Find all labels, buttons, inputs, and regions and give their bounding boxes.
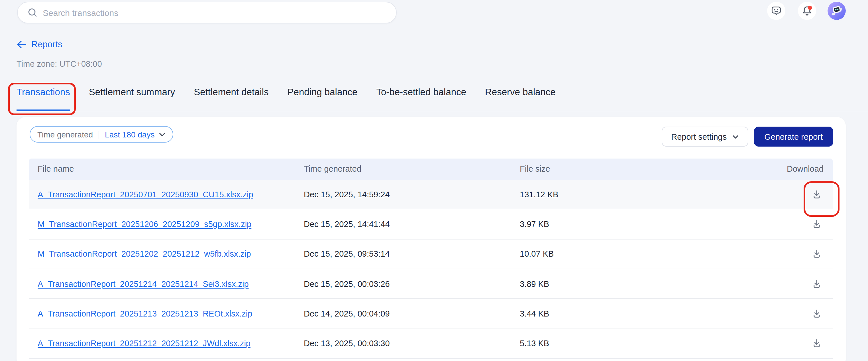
- download-button[interactable]: [810, 307, 823, 320]
- column-header-time-generated: Time generated: [295, 164, 511, 174]
- table-header-row: File name Time generated File size Downl…: [29, 158, 832, 180]
- table-row: A_TransactionReport_20251214_20251214_Se…: [29, 269, 832, 299]
- chevron-down-icon: [159, 132, 165, 137]
- table-row: M_TransactionReport_20251202_20251212_w5…: [29, 239, 832, 269]
- notifications-button[interactable]: [798, 2, 816, 20]
- file-size-cell: 3.97 KB: [511, 219, 787, 229]
- column-header-file-size: File size: [511, 164, 787, 174]
- tabs-divider: [8, 112, 868, 112]
- file-size-cell: 5.13 KB: [511, 339, 787, 348]
- tab-pending-balance[interactable]: Pending balance: [287, 87, 358, 111]
- download-button[interactable]: [810, 277, 823, 290]
- table-row: A_TransactionReport_20251212_20251212_JW…: [29, 329, 832, 359]
- generate-report-label: Generate report: [764, 132, 823, 141]
- filter-label: Time generated: [37, 130, 93, 139]
- bell-icon: [801, 5, 813, 17]
- file-size-cell: 131.12 KB: [511, 190, 787, 199]
- time-generated-cell: Dec 13, 2025, 00:03:30: [295, 339, 511, 348]
- file-name-link[interactable]: A_TransactionReport_20250701_20250930_CU…: [38, 190, 253, 199]
- report-settings-button[interactable]: Report settings: [661, 127, 748, 147]
- tab-reserve-balance[interactable]: Reserve balance: [485, 87, 556, 111]
- reports-table: File name Time generated File size Downl…: [29, 158, 832, 359]
- table-row: A_TransactionReport_20251213_20251213_RE…: [29, 299, 832, 329]
- file-size-cell: 10.07 KB: [511, 249, 787, 258]
- time-generated-cell: Dec 15, 2025, 00:03:26: [295, 279, 511, 288]
- filter-chip-divider: [99, 130, 99, 138]
- column-header-file-name: File name: [29, 164, 295, 174]
- time-generated-cell: Dec 14, 2025, 00:04:09: [295, 309, 511, 318]
- file-size-cell: 3.89 KB: [511, 279, 787, 288]
- search-icon: [27, 7, 38, 18]
- notification-badge: [808, 6, 812, 10]
- reports-table-card: Time generated Last 180 days Report sett…: [16, 117, 846, 361]
- download-button[interactable]: [810, 337, 823, 350]
- chat-smiley-icon: [771, 5, 782, 17]
- download-icon: [811, 189, 822, 199]
- report-settings-label: Report settings: [671, 132, 727, 141]
- table-row: M_TransactionReport_20251206_20251209_s5…: [29, 210, 832, 240]
- tab-settlement-summary[interactable]: Settlement summary: [89, 87, 175, 111]
- reports-page: Reports Time zone: UTC+08:00 Transaction…: [0, 0, 868, 361]
- time-generated-filter-chip[interactable]: Time generated Last 180 days: [29, 126, 173, 143]
- file-name-link[interactable]: A_TransactionReport_20251212_20251212_JW…: [38, 339, 250, 348]
- download-icon: [811, 249, 822, 259]
- tab-to-be-settled-balance[interactable]: To-be-settled balance: [376, 87, 466, 111]
- tab-transactions[interactable]: Transactions: [17, 87, 70, 111]
- report-tabs: Transactions Settlement summary Settleme…: [17, 87, 556, 111]
- download-button[interactable]: [810, 218, 823, 231]
- download-icon: [811, 219, 822, 229]
- download-button[interactable]: [810, 188, 823, 201]
- file-name-link[interactable]: A_TransactionReport_20251213_20251213_RE…: [38, 309, 252, 318]
- download-icon: [811, 308, 822, 319]
- filter-value: Last 180 days: [105, 130, 154, 139]
- download-button[interactable]: [810, 247, 823, 260]
- breadcrumb-label: Reports: [31, 39, 62, 50]
- back-to-reports-link[interactable]: Reports: [17, 39, 62, 50]
- generate-report-button[interactable]: Generate report: [754, 127, 833, 147]
- time-generated-cell: Dec 15, 2025, 14:41:44: [295, 219, 511, 229]
- tab-settlement-details[interactable]: Settlement details: [194, 87, 269, 111]
- user-avatar[interactable]: [827, 2, 845, 20]
- file-name-link[interactable]: A_TransactionReport_20251214_20251214_Se…: [38, 279, 249, 288]
- search-bar: [17, 2, 397, 23]
- download-icon: [811, 279, 822, 289]
- time-generated-cell: Dec 15, 2025, 09:53:14: [295, 249, 511, 258]
- download-icon: [811, 338, 822, 349]
- column-header-download: Download: [787, 164, 832, 174]
- chevron-down-icon: [732, 134, 739, 139]
- arrow-left-icon: [17, 40, 26, 49]
- robot-avatar-icon: [827, 2, 845, 20]
- file-size-cell: 3.44 KB: [511, 309, 787, 318]
- time-generated-cell: Dec 15, 2025, 14:59:24: [295, 190, 511, 199]
- feedback-chat-button[interactable]: [767, 2, 785, 20]
- timezone-label: Time zone: UTC+08:00: [17, 59, 102, 68]
- table-row: A_TransactionReport_20250701_20250930_CU…: [29, 180, 832, 210]
- search-input[interactable]: [41, 2, 386, 23]
- file-name-link[interactable]: M_TransactionReport_20251206_20251209_s5…: [38, 219, 251, 229]
- file-name-link[interactable]: M_TransactionReport_20251202_20251212_w5…: [38, 249, 251, 258]
